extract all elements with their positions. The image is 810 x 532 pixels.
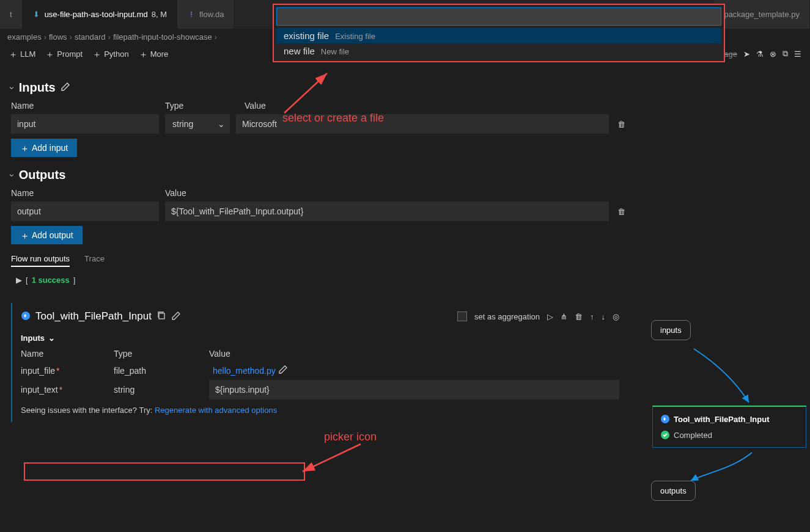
plus-icon: ＋ <box>139 49 148 59</box>
bracket: ] <box>73 275 76 285</box>
tab-flow-run-outputs[interactable]: Flow run outputs <box>11 252 70 267</box>
markdown-file-icon: ⬇ <box>32 10 41 19</box>
regenerate-link[interactable]: Regenerate with advanced options <box>155 406 277 415</box>
trash-icon[interactable]: 🗑 <box>615 207 628 216</box>
yaml-file-icon: ! <box>187 10 196 19</box>
add-prompt-button[interactable]: ＋Prompt <box>45 49 83 59</box>
input-row: string ⌄ 🗑 <box>11 114 628 134</box>
tab-item[interactable]: ! flow.da <box>177 0 234 29</box>
add-input-button[interactable]: ＋ Add input <box>11 139 77 157</box>
graph-node-inputs[interactable]: inputs <box>651 320 691 340</box>
param-name: input_file* <box>21 366 114 376</box>
file-link[interactable]: hello_method.py <box>213 366 276 376</box>
trash-icon[interactable]: 🗑 <box>575 312 583 321</box>
button-label: Add output <box>32 230 73 240</box>
graph-node-tool[interactable]: Tool_with_FilePath_Input Completed <box>652 406 806 448</box>
input-value-field[interactable] <box>236 114 609 134</box>
param-value-field[interactable] <box>209 380 619 399</box>
tab-trace[interactable]: Trace <box>84 252 105 267</box>
aggregation-label: set as aggregation <box>474 312 540 321</box>
toolbar-label: LLM <box>20 49 35 59</box>
target-icon[interactable]: ◎ <box>613 312 619 321</box>
node-sub-label: Inputs <box>21 333 45 343</box>
outputs-section-header[interactable]: › Outputs <box>11 168 628 182</box>
graph-edge-icon <box>669 346 755 407</box>
copy-icon[interactable] <box>156 311 166 322</box>
required-marker: * <box>56 366 59 376</box>
breadcrumb-item[interactable]: examples <box>7 32 42 42</box>
svg-rect-1 <box>159 313 164 319</box>
trash-icon[interactable]: 🗑 <box>615 120 628 129</box>
send-icon[interactable]: ➤ <box>743 49 750 59</box>
breadcrumb-item[interactable]: filepath-input-tool-showcase <box>113 32 212 42</box>
tab-label: package_template.py <box>724 10 800 19</box>
output-tabs: Flow run outputs Trace <box>11 252 628 267</box>
grid-head-value: Value <box>209 346 619 361</box>
edit-icon[interactable] <box>61 82 70 93</box>
tab-label: flow.da <box>199 10 224 19</box>
flask-icon[interactable]: ⚗ <box>756 49 764 59</box>
toolbar-label: Prompt <box>57 49 83 59</box>
tab-item[interactable]: t <box>0 0 23 29</box>
breadcrumb-item[interactable]: flows <box>49 32 67 42</box>
debug-icon[interactable]: ⋔ <box>561 312 567 321</box>
plus-icon: ＋ <box>20 144 29 153</box>
chevron-down-icon: › <box>7 86 17 89</box>
add-python-button[interactable]: ＋Python <box>92 49 128 59</box>
input-name-field[interactable] <box>11 114 159 134</box>
required-marker: * <box>59 385 62 395</box>
button-label: Add input <box>32 143 68 153</box>
tab-label: t <box>10 10 12 19</box>
main-layout: › Inputs Name Type Value string ⌄ 🗑 ＋ Ad… <box>0 64 810 531</box>
param-value-cell: hello_method.py <box>209 365 619 376</box>
output-name-field[interactable] <box>11 202 159 221</box>
tab-label: use-file-path-as-tool-input.md <box>45 10 148 19</box>
add-llm-button[interactable]: ＋LLM <box>9 49 35 59</box>
picker-item-label: new file <box>284 46 315 56</box>
node-title: Tool_with_FilePath_Input <box>35 310 152 322</box>
breadcrumb-item[interactable]: standard <box>75 32 106 42</box>
plus-icon: ＋ <box>92 49 101 59</box>
success-count: 1 success <box>32 275 70 285</box>
editor-pane: › Inputs Name Type Value string ⌄ 🗑 ＋ Ad… <box>0 64 639 531</box>
plus-icon: ＋ <box>9 49 18 59</box>
node-actions: set as aggregation ▷ ⋔ 🗑 ↑ ↓ ◎ <box>457 312 619 321</box>
add-more-button[interactable]: ＋More <box>139 49 169 59</box>
picker-icon[interactable] <box>278 365 288 376</box>
add-output-button[interactable]: ＋ Add output <box>11 226 83 244</box>
play-icon[interactable]: ▷ <box>547 312 553 321</box>
layout-icon[interactable]: ⧉ <box>782 49 788 59</box>
chevron-down-icon: ⌄ <box>48 333 55 343</box>
input-type-select[interactable]: string ⌄ <box>165 114 230 134</box>
graph-node-title: Tool_with_FilePath_Input <box>660 414 798 424</box>
arrow-down-icon[interactable]: ↓ <box>602 312 606 321</box>
type-value: string <box>172 119 193 129</box>
chevron-right-icon: › <box>70 32 72 42</box>
more-icon[interactable]: ☰ <box>794 49 801 59</box>
output-value-field[interactable] <box>165 202 609 221</box>
aggregation-checkbox[interactable] <box>457 312 467 321</box>
node-inputs-grid: Name Type Value input_file* file_path he… <box>21 346 619 399</box>
picker-item-existing[interactable]: existing file Existing file <box>276 28 721 43</box>
picker-search-input[interactable] <box>276 7 721 26</box>
toolbar-label: More <box>150 49 169 59</box>
tab-item[interactable]: ⬇ use-file-path-as-tool-input.md 8, M <box>23 0 177 29</box>
node-inputs-header[interactable]: Inputs ⌄ <box>21 333 619 343</box>
node-header: Tool_with_FilePath_Input set as aggregat… <box>21 310 619 322</box>
chevron-down-icon: ⌄ <box>218 119 225 129</box>
col-value: Value <box>245 101 628 111</box>
bug-icon[interactable]: ⊗ <box>770 49 776 59</box>
tool-icon <box>21 311 31 322</box>
picker-item-new[interactable]: new file New file <box>276 43 721 59</box>
param-value-cell <box>209 380 619 399</box>
arrow-up-icon[interactable]: ↑ <box>590 312 594 321</box>
col-name: Name <box>11 101 159 111</box>
inputs-section-header[interactable]: › Inputs <box>11 81 628 95</box>
tab-item[interactable]: package_template.py <box>714 0 810 29</box>
success-row[interactable]: ▶ [ 1 success ] <box>11 275 628 285</box>
chevron-right-icon: › <box>44 32 46 42</box>
file-picker-popup: existing file Existing file new file New… <box>273 4 725 62</box>
node-card: Tool_with_FilePath_Input set as aggregat… <box>11 303 628 422</box>
tab-modifier: 8, M <box>152 10 167 19</box>
edit-icon[interactable] <box>171 311 181 322</box>
